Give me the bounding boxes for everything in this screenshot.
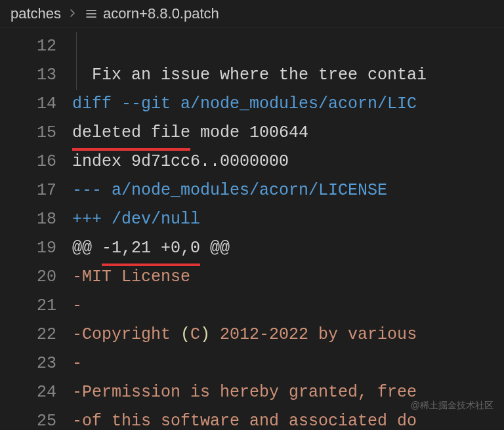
code-content: -: [72, 349, 82, 378]
code-line[interactable]: 20-MIT License: [0, 263, 504, 292]
code-content: @@ -1,21 +0,0 @@: [72, 234, 230, 266]
code-line[interactable]: 22-Copyright (C) 2012-2022 by various: [0, 321, 504, 349]
line-number: 14: [0, 90, 72, 119]
line-number: 17: [0, 176, 72, 205]
line-number: 21: [0, 292, 72, 321]
code-line[interactable]: 19@@ -1,21 +0,0 @@: [0, 234, 504, 263]
code-content: -of this software and associated do: [72, 407, 417, 430]
code-content: deleted file mode 100644: [72, 119, 308, 151]
code-content: +++ /dev/null: [72, 205, 200, 234]
indent-guide: [76, 61, 77, 90]
breadcrumb[interactable]: patches acorn+8.8.0.patch: [0, 0, 504, 28]
line-number: 16: [0, 147, 72, 176]
line-number: 25: [0, 407, 72, 430]
code-line[interactable]: 12: [0, 32, 504, 61]
watermark: @稀土掘金技术社区: [411, 400, 494, 412]
code-line[interactable]: 18+++ /dev/null: [0, 205, 504, 234]
line-number: 12: [0, 32, 72, 61]
code-content: -: [72, 292, 82, 321]
line-number: 13: [0, 61, 72, 90]
chevron-right-icon: [68, 5, 78, 22]
breadcrumb-file[interactable]: acorn+8.8.0.patch: [103, 5, 219, 22]
code-line[interactable]: 13 Fix an issue where the tree contai: [0, 61, 504, 90]
line-number: 19: [0, 234, 72, 263]
code-editor[interactable]: 1213 Fix an issue where the tree contai1…: [0, 28, 504, 430]
code-line[interactable]: 21-: [0, 292, 504, 321]
line-number: 18: [0, 205, 72, 234]
code-line[interactable]: 15deleted file mode 100644: [0, 119, 504, 147]
breadcrumb-folder[interactable]: patches: [10, 5, 61, 22]
code-line[interactable]: 23-: [0, 349, 504, 378]
line-number: 22: [0, 321, 72, 349]
line-number: 23: [0, 349, 72, 378]
code-content: --- a/node_modules/acorn/LICENSE: [72, 176, 387, 205]
code-content: -MIT License: [72, 263, 190, 292]
line-number: 20: [0, 263, 72, 292]
code-content: Fix an issue where the tree contai: [72, 61, 427, 90]
line-number: 24: [0, 378, 72, 407]
code-line[interactable]: 17--- a/node_modules/acorn/LICENSE: [0, 176, 504, 205]
code-content: -Copyright (C) 2012-2022 by various: [72, 321, 417, 349]
code-content: diff --git a/node_modules/acorn/LIC: [72, 90, 417, 119]
line-number: 15: [0, 119, 72, 147]
indent-guide: [76, 32, 77, 61]
code-content: -Permission is hereby granted, free: [72, 378, 417, 407]
code-content: index 9d71cc6..0000000: [72, 147, 289, 176]
code-line[interactable]: 14diff --git a/node_modules/acorn/LIC: [0, 90, 504, 119]
code-line[interactable]: 16index 9d71cc6..0000000: [0, 147, 504, 176]
file-icon: [85, 7, 98, 20]
